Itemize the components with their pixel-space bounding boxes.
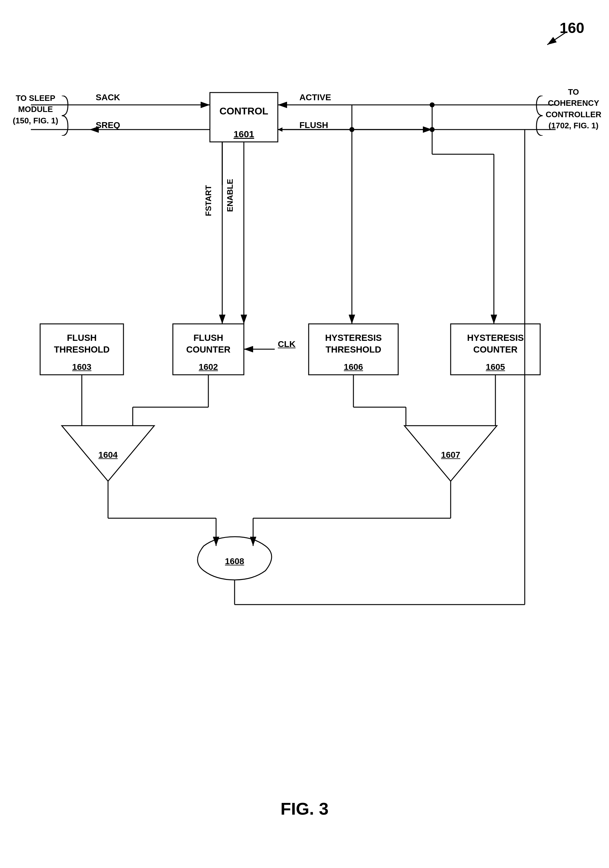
coherency-brace-icon [535,96,544,136]
fig-ref-arrow-icon [544,29,569,48]
sleep-module-label: TO SLEEPMODULE(150, FIG. 1) [9,93,62,126]
active-label: ACTIVE [300,93,331,102]
fstart-label: FSTART [204,185,213,216]
svg-line-52 [547,33,566,45]
hyst-counter-label: HYSTERESISCOUNTER [451,326,540,363]
comparator-1604-id: 1604 [93,449,123,461]
flush-counter-label: FLUSHCOUNTER [173,326,244,363]
enable-label: ENABLE [225,179,235,212]
comparator-1607-id: 1607 [435,449,466,461]
svg-marker-17 [278,127,283,132]
diagram-container: 160 CONTROL 1601 FLUSHTHRESHOLD 1603 FLU… [0,0,609,868]
flush-threshold-id: 1603 [40,361,123,373]
figure-label: FIG. 3 [281,798,329,818]
flush-threshold-label: FLUSHTHRESHOLD [40,326,123,363]
control-box-id: 1601 [210,128,278,140]
clk-label: CLK [278,339,296,349]
hyst-threshold-label: HYSTERESISTHRESHOLD [309,326,398,363]
flush-counter-id: 1602 [173,361,244,373]
or-gate-1608-id: 1608 [219,555,250,567]
coherency-controller-label: TOCOHERENCYCONTROLLER(1702, FIG. 1) [544,86,603,132]
hyst-counter-id: 1605 [451,361,540,373]
sreq-label: SREQ [96,120,120,130]
sack-label: SACK [96,93,120,102]
flush-label: FLUSH [300,120,328,130]
sleep-module-brace-icon [60,96,70,136]
diagram-svg [0,0,609,868]
control-box-label: CONTROL [210,93,278,130]
hyst-threshold-id: 1606 [309,361,398,373]
